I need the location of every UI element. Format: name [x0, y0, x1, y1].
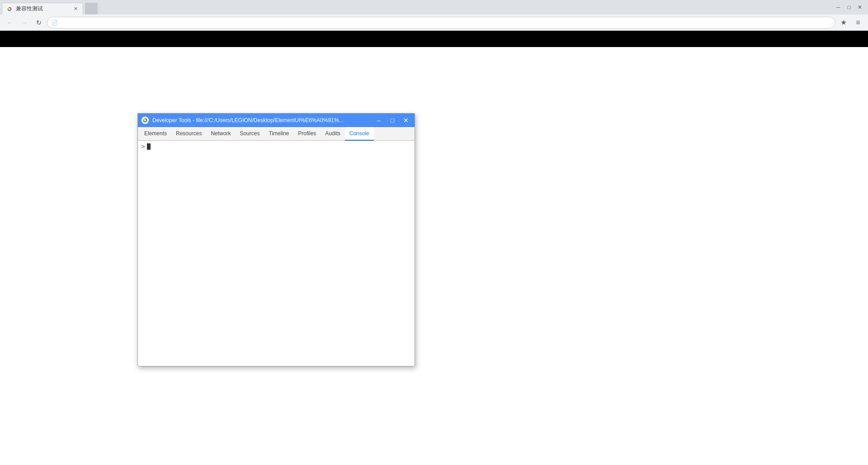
minimize-button[interactable]: ─ [834, 3, 843, 12]
page-content: Developer Tools - file:///C:/Users/LEGIO… [0, 31, 868, 465]
chrome-favicon-icon [6, 5, 13, 13]
tab-title: 兼容性测试 [16, 5, 69, 13]
console-prompt: > [142, 143, 145, 150]
tab-resources[interactable]: Resources [171, 127, 206, 141]
devtools-close-button[interactable]: ✕ [401, 115, 411, 125]
devtools-minimize-button[interactable]: – [374, 115, 384, 125]
console-cursor [147, 143, 151, 150]
devtools-window: Developer Tools - file:///C:/Users/LEGIO… [137, 113, 415, 366]
devtools-tabs: Elements Resources Network Sources Timel… [138, 127, 415, 141]
svg-point-5 [144, 119, 146, 121]
close-button[interactable]: ✕ [855, 3, 864, 12]
black-bar [0, 31, 868, 47]
address-bar[interactable]: 📄 [47, 17, 835, 28]
nav-bar: ← → ↻ 📄 ★ ≡ [0, 14, 868, 31]
maximize-button[interactable]: □ [844, 3, 854, 12]
menu-button[interactable]: ≡ [852, 16, 864, 29]
devtools-title: Developer Tools - file:///C:/Users/LEGIO… [152, 117, 370, 123]
address-input[interactable] [60, 19, 831, 26]
browser-window: 兼容性测试 ✕ ─ □ ✕ ← → ↻ 📄 ★ ≡ [0, 0, 868, 465]
tab-elements[interactable]: Elements [140, 127, 171, 141]
tab-profiles[interactable]: Profiles [293, 127, 321, 141]
svg-point-2 [9, 8, 10, 10]
reload-button[interactable]: ↻ [33, 16, 45, 29]
tab-close-button[interactable]: ✕ [72, 5, 79, 13]
devtools-maximize-button[interactable]: □ [387, 115, 397, 125]
tab-audits[interactable]: Audits [321, 127, 344, 141]
bookmark-button[interactable]: ★ [837, 16, 850, 29]
forward-button[interactable]: → [18, 16, 31, 29]
tab-network[interactable]: Network [206, 127, 235, 141]
devtools-titlebar: Developer Tools - file:///C:/Users/LEGIO… [138, 114, 415, 127]
back-button[interactable]: ← [4, 16, 16, 29]
tab-bar: 兼容性测试 ✕ [2, 0, 832, 14]
title-bar: 兼容性测试 ✕ ─ □ ✕ [0, 0, 868, 14]
devtools-favicon-icon [142, 117, 149, 124]
page-icon: 📄 [51, 19, 58, 26]
tab-timeline[interactable]: Timeline [264, 127, 293, 141]
browser-tab[interactable]: 兼容性测试 ✕ [2, 3, 83, 14]
tab-sources[interactable]: Sources [235, 127, 264, 141]
console-input-line[interactable]: > [138, 141, 415, 152]
devtools-console: > [138, 141, 415, 366]
window-controls: ─ □ ✕ [834, 3, 866, 12]
tab-console[interactable]: Console [345, 127, 374, 141]
new-tab-button[interactable] [85, 3, 98, 14]
